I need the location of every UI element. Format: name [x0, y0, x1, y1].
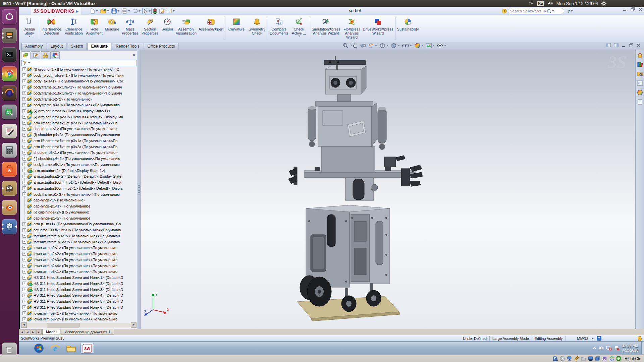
- pane-split-right-icon[interactable]: [614, 43, 619, 47]
- tree-item[interactable]: + (-) arm.actuator<1> (Default<Display S…: [21, 108, 137, 114]
- scroll-right-arrow[interactable]: ▶: [131, 322, 137, 328]
- tree-item[interactable]: + lower.arm.p9<1> (По умолчанию<<По умол…: [21, 310, 137, 316]
- open-button[interactable]: [100, 8, 110, 14]
- ribbon-button-interference-detection[interactable]: Interference Detection: [40, 15, 63, 41]
- scrollbar-thumb[interactable]: [47, 323, 79, 327]
- expand-icon[interactable]: +: [22, 139, 26, 142]
- tree-item[interactable]: + arm.actuator100mm..p1<1> (Default<<Def…: [21, 179, 137, 185]
- tree-item[interactable]: + arm.actuator<2> (Default<Display State…: [21, 168, 137, 174]
- model-tab[interactable]: Исследование движения 1: [61, 329, 114, 335]
- ribbon-button-curvature[interactable]: Curvature: [226, 15, 247, 41]
- ribbon-button-driveworksxpress[interactable]: DriveWorksXpress Wizard: [362, 15, 394, 41]
- status-note-icon[interactable]: [638, 336, 643, 341]
- tree-item[interactable]: + HS-311 Hitec Standard Servo and Horn<6…: [21, 304, 137, 310]
- display-icon[interactable]: [588, 356, 593, 361]
- save-button[interactable]: [111, 8, 120, 14]
- document-restore-button[interactable]: [629, 43, 633, 47]
- launcher-item-chrome[interactable]: [2, 66, 17, 81]
- close-button[interactable]: [638, 7, 643, 11]
- search-box[interactable]: [508, 8, 564, 14]
- expand-icon[interactable]: +: [22, 121, 26, 125]
- expand-icon[interactable]: +: [22, 276, 26, 280]
- launcher-item-virtualbox[interactable]: [2, 219, 17, 234]
- view-palette-icon[interactable]: [637, 80, 643, 86]
- document-close-button[interactable]: [636, 43, 641, 47]
- ribbon-button-section-properties[interactable]: Section Properties: [140, 15, 160, 41]
- expand-icon[interactable]: +: [22, 282, 26, 285]
- ribbon-tab[interactable]: Sketch: [67, 43, 87, 50]
- expand-icon[interactable]: +: [22, 246, 26, 250]
- tree-item[interactable]: + (-) shoulder.p6<2> (По умолчанию<<По у…: [21, 156, 137, 162]
- ribbon-button-assemblyxpert[interactable]: AssemblyXpert: [198, 15, 224, 41]
- tree-item[interactable]: + cap-hinge-p1<1> (По умолчанию): [21, 203, 137, 209]
- tree-item[interactable]: + arm.lift.actuator.fixture.p3<2> (По ум…: [21, 144, 137, 150]
- expand-icon[interactable]: +: [22, 294, 26, 297]
- expand-icon[interactable]: +: [22, 186, 26, 190]
- expand-icon[interactable]: +: [22, 91, 26, 95]
- launcher-item-text-editor[interactable]: [2, 124, 17, 138]
- expand-icon[interactable]: +: [22, 240, 26, 244]
- tree-item[interactable]: + body.frame.p5<1> (По умолчанию<<По умо…: [21, 162, 137, 168]
- help-dropdown[interactable]: [571, 10, 573, 12]
- expand-icon[interactable]: +: [22, 234, 26, 238]
- document-minimize-button[interactable]: [622, 43, 626, 47]
- launcher-item-software-center[interactable]: A: [2, 162, 17, 177]
- last-tab-button[interactable]: ▶|: [36, 329, 42, 335]
- expand-icon[interactable]: +: [22, 133, 26, 137]
- check-active-dropdown[interactable]: [298, 36, 300, 37]
- show-desktop-button[interactable]: [641, 342, 644, 355]
- ribbon-button-mass-properties[interactable]: Mass Properties: [120, 15, 140, 41]
- volume-icon[interactable]: [548, 1, 553, 6]
- expand-icon[interactable]: +: [22, 79, 26, 83]
- design-library-icon[interactable]: [637, 61, 643, 68]
- view-settings-icon[interactable]: [437, 44, 446, 48]
- storage-icon[interactable]: [553, 356, 558, 361]
- tree-item[interactable]: + lower.arm.p2<2> (По умолчанию<<По умол…: [21, 251, 137, 257]
- ribbon-tab[interactable]: Evaluate: [88, 43, 111, 50]
- expand-icon[interactable]: +: [22, 175, 26, 178]
- expand-icon[interactable]: +: [22, 115, 26, 119]
- tree-item[interactable]: + arm.actuator.p2<2> (Default<<Default>_…: [21, 174, 137, 180]
- keyboard-layout-indicator[interactable]: Ru: [537, 1, 544, 6]
- tree-item[interactable]: + lower.arm.p9<2> (По умолчанию<<По умол…: [21, 316, 137, 322]
- tree-item[interactable]: + body_axis<1> (По умолчанию<<По умолчан…: [21, 78, 137, 84]
- model-tab[interactable]: Model: [42, 329, 60, 335]
- expand-icon[interactable]: +: [22, 311, 26, 315]
- launcher-item-gimp[interactable]: [2, 181, 17, 196]
- launcher-item-eclipse[interactable]: [2, 85, 17, 100]
- tree-item[interactable]: + HS-311 Hitec Standard Servo and Horn<1…: [21, 275, 137, 281]
- network-status-icon[interactable]: [606, 346, 612, 351]
- expand-icon[interactable]: +: [22, 169, 26, 172]
- restore-button[interactable]: [631, 7, 635, 11]
- virtual-screens-icon[interactable]: [595, 356, 600, 361]
- ribbon-button-sensor[interactable]: Sensor: [160, 15, 175, 41]
- view-orientation-icon[interactable]: [379, 43, 388, 49]
- tab-propertymanager[interactable]: [31, 51, 40, 59]
- tree-item[interactable]: + lower.arm.p3<1> (По умолчанию<<По умол…: [21, 269, 137, 275]
- tree-horizontal-scrollbar[interactable]: ◀ ▶: [21, 323, 137, 327]
- ribbon-button-hole-alignment[interactable]: Hole Alignment: [85, 15, 104, 41]
- swap-arrows-icon[interactable]: [529, 1, 533, 6]
- expand-icon[interactable]: +: [22, 305, 26, 309]
- help-menu-button[interactable]: ?: [568, 9, 570, 14]
- edit-appearance-icon[interactable]: [414, 43, 423, 49]
- ribbon-tab[interactable]: Assembly: [21, 43, 46, 50]
- panel-overflow-chevron[interactable]: »: [133, 53, 135, 57]
- options-button[interactable]: [166, 8, 175, 14]
- expand-icon[interactable]: +: [22, 181, 26, 184]
- expand-icon[interactable]: +: [22, 270, 26, 274]
- file-properties-button[interactable]: [158, 8, 165, 14]
- search-scope-dropdown[interactable]: [552, 10, 554, 12]
- tree-item[interactable]: + lower.arm.p2<4> (По умолчанию<<По умол…: [21, 263, 137, 269]
- tree-item[interactable]: + body.frame.p2<1> (По умолчанию): [21, 96, 137, 102]
- expand-icon[interactable]: +: [22, 222, 26, 226]
- tree-item[interactable]: + lower.arm.p2<1> (По умолчанию<<По умол…: [21, 245, 137, 251]
- expand-icon[interactable]: +: [22, 288, 26, 291]
- expand-icon[interactable]: +: [22, 73, 26, 77]
- scroll-left-arrow[interactable]: ◀: [21, 322, 27, 328]
- undo-button[interactable]: [132, 8, 141, 14]
- optical-disc-icon[interactable]: [560, 356, 565, 361]
- expand-icon[interactable]: +: [22, 127, 26, 131]
- minimize-button[interactable]: [623, 7, 627, 11]
- expand-icon[interactable]: +: [22, 151, 26, 155]
